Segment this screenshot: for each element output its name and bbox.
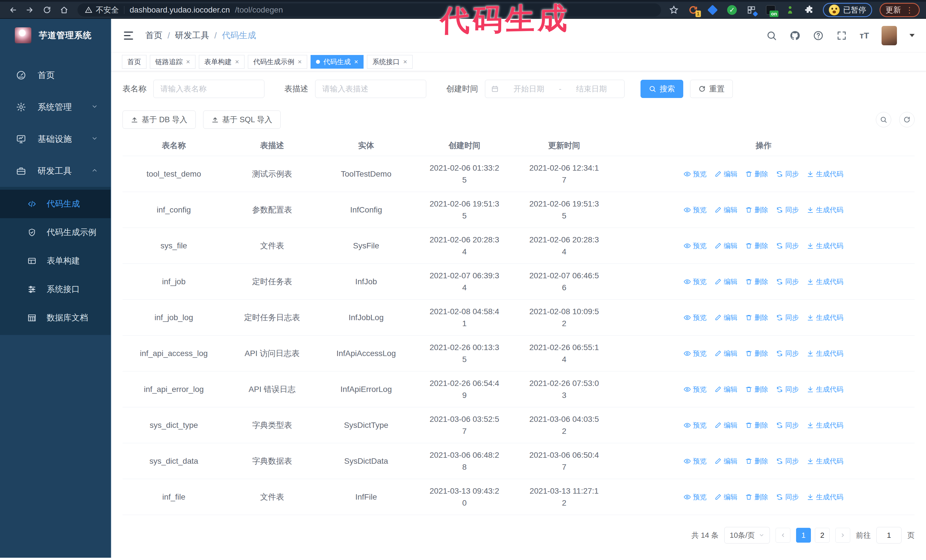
action-preview[interactable]: 预览 — [684, 349, 707, 358]
extension-dark-icon[interactable]: on — [765, 4, 777, 16]
toggle-search-button[interactable] — [876, 112, 891, 127]
next-page-button[interactable] — [835, 528, 850, 543]
sidebar-item-devtools[interactable]: 研发工具 — [0, 155, 110, 187]
tab-item[interactable]: 代码生成× — [310, 55, 363, 69]
action-preview[interactable]: 预览 — [684, 421, 707, 430]
table-name-input[interactable] — [153, 80, 265, 98]
action-sync[interactable]: 同步 — [776, 421, 799, 430]
search-button[interactable]: 搜索 — [640, 80, 683, 98]
tab-item[interactable]: 表单构建× — [199, 55, 244, 69]
action-generate-code[interactable]: 生成代码 — [807, 205, 843, 214]
refresh-table-button[interactable] — [899, 112, 915, 127]
reset-button[interactable]: 重置 — [690, 80, 733, 98]
action-generate-code[interactable]: 生成代码 — [807, 492, 843, 502]
goto-page-input[interactable] — [876, 527, 902, 543]
action-preview[interactable]: 预览 — [684, 205, 707, 214]
sidebar-item-home[interactable]: 首页 — [0, 59, 110, 91]
extension-gem-icon[interactable] — [707, 4, 719, 16]
action-preview[interactable]: 预览 — [684, 313, 707, 322]
bookmark-star-icon[interactable] — [668, 4, 680, 16]
action-sync[interactable]: 同步 — [776, 349, 799, 358]
action-delete[interactable]: 删除 — [745, 349, 768, 358]
action-preview[interactable]: 预览 — [684, 277, 707, 286]
action-edit[interactable]: 编辑 — [714, 313, 737, 322]
logo-row[interactable]: 芋道管理系统 — [0, 19, 110, 52]
tab-item[interactable]: 代码生成示例× — [248, 55, 307, 69]
action-edit[interactable]: 编辑 — [714, 205, 737, 214]
action-preview[interactable]: 预览 — [684, 169, 707, 179]
fullscreen-icon[interactable] — [836, 30, 847, 41]
action-preview[interactable]: 预览 — [684, 492, 707, 502]
close-icon[interactable]: × — [186, 58, 190, 65]
action-preview[interactable]: 预览 — [684, 457, 707, 466]
action-delete[interactable]: 删除 — [745, 457, 768, 466]
action-sync[interactable]: 同步 — [776, 277, 799, 286]
action-sync[interactable]: 同步 — [776, 313, 799, 322]
action-edit[interactable]: 编辑 — [714, 492, 737, 502]
table-desc-input[interactable] — [315, 80, 426, 98]
action-edit[interactable]: 编辑 — [714, 277, 737, 286]
action-delete[interactable]: 删除 — [745, 421, 768, 430]
action-generate-code[interactable]: 生成代码 — [807, 169, 843, 179]
page-button-1[interactable]: 1 — [796, 528, 811, 543]
action-delete[interactable]: 删除 — [745, 241, 768, 251]
action-edit[interactable]: 编辑 — [714, 169, 737, 179]
tab-item[interactable]: 首页 — [122, 55, 147, 69]
paused-badge[interactable]: 已暂停 — [823, 3, 872, 17]
address-bar[interactable]: 不安全 dashboard.yudao.iocoder.cn/tool/code… — [77, 3, 661, 17]
sidebar-item-form-builder[interactable]: 表单构建 — [0, 247, 110, 275]
tab-item[interactable]: 系统接口× — [367, 55, 413, 69]
caret-down-icon[interactable] — [909, 34, 915, 37]
help-icon[interactable] — [813, 30, 824, 41]
action-preview[interactable]: 预览 — [684, 241, 707, 251]
action-generate-code[interactable]: 生成代码 — [807, 349, 843, 358]
action-generate-code[interactable]: 生成代码 — [807, 277, 843, 286]
import-sql-button[interactable]: 基于 SQL 导入 — [203, 110, 281, 129]
close-icon[interactable]: × — [298, 58, 302, 65]
action-delete[interactable]: 删除 — [745, 313, 768, 322]
action-generate-code[interactable]: 生成代码 — [807, 313, 843, 322]
action-delete[interactable]: 删除 — [745, 205, 768, 214]
extension-grid-icon[interactable] — [745, 4, 757, 16]
menu-dots-icon[interactable]: ⋮ — [905, 5, 914, 15]
back-icon[interactable] — [6, 3, 20, 17]
action-edit[interactable]: 编辑 — [714, 241, 737, 251]
reload-icon[interactable] — [41, 3, 54, 17]
search-icon[interactable] — [766, 30, 777, 41]
breadcrumb-home[interactable]: 首页 — [145, 30, 162, 41]
action-sync[interactable]: 同步 — [776, 169, 799, 179]
page-button-2[interactable]: 2 — [815, 528, 830, 543]
close-icon[interactable]: × — [403, 58, 407, 65]
user-avatar[interactable] — [882, 26, 897, 45]
action-delete[interactable]: 删除 — [745, 385, 768, 394]
breadcrumb-devtools[interactable]: 研发工具 — [175, 30, 209, 41]
import-db-button[interactable]: 基于 DB 导入 — [123, 110, 196, 129]
github-icon[interactable] — [790, 30, 800, 41]
action-edit[interactable]: 编辑 — [714, 349, 737, 358]
sidebar-item-system-api[interactable]: 系统接口 — [0, 275, 110, 303]
forward-icon[interactable] — [23, 3, 36, 17]
extension-figure-icon[interactable] — [784, 4, 796, 16]
home-icon[interactable] — [57, 3, 71, 17]
action-edit[interactable]: 编辑 — [714, 421, 737, 430]
action-sync[interactable]: 同步 — [776, 205, 799, 214]
action-sync[interactable]: 同步 — [776, 385, 799, 394]
action-sync[interactable]: 同步 — [776, 492, 799, 502]
action-preview[interactable]: 预览 — [684, 385, 707, 394]
action-sync[interactable]: 同步 — [776, 241, 799, 251]
sidebar-item-codegen[interactable]: 代码生成 — [0, 190, 110, 218]
close-icon[interactable]: × — [354, 58, 358, 65]
action-delete[interactable]: 删除 — [745, 492, 768, 502]
tab-item[interactable]: 链路追踪× — [150, 55, 195, 69]
date-range-picker[interactable]: 开始日期 - 结束日期 — [485, 80, 625, 98]
page-size-select[interactable]: 10条/页 — [724, 527, 770, 543]
action-generate-code[interactable]: 生成代码 — [807, 421, 843, 430]
extension-check-icon[interactable]: ✓ — [726, 4, 738, 16]
action-generate-code[interactable]: 生成代码 — [807, 241, 843, 251]
hamburger-icon[interactable] — [123, 30, 135, 42]
security-warning[interactable]: 不安全 — [85, 5, 119, 15]
sidebar-item-infra[interactable]: 基础设施 — [0, 123, 110, 155]
close-icon[interactable]: × — [235, 58, 239, 65]
sidebar-item-codegen-example[interactable]: 代码生成示例 — [0, 218, 110, 247]
action-sync[interactable]: 同步 — [776, 457, 799, 466]
